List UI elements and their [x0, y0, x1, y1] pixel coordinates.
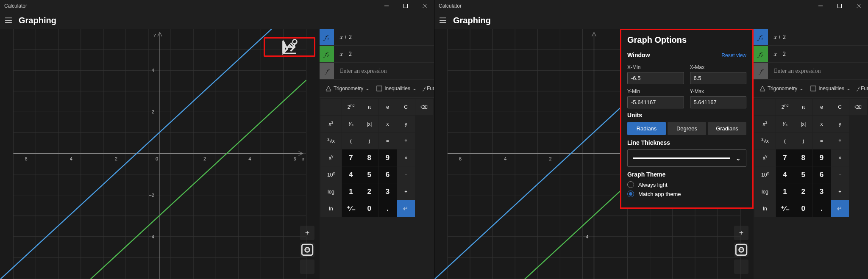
- key-7[interactable]: 7: [776, 149, 794, 166]
- ymin-input[interactable]: [627, 96, 684, 108]
- function-row-2[interactable]: 𝑓2 𝑥 − 2: [320, 46, 434, 63]
- key-2nd[interactable]: 2nd: [776, 99, 794, 115]
- key-pi[interactable]: π: [794, 99, 812, 115]
- xmax-input[interactable]: [690, 72, 747, 84]
- key-neg[interactable]: ⁺⁄₋: [776, 200, 794, 217]
- function-row-2[interactable]: 𝑓2 𝑥 − 2: [754, 46, 868, 63]
- key-9[interactable]: 9: [378, 149, 396, 166]
- key-lparen[interactable]: (: [342, 133, 360, 149]
- key-xy[interactable]: xy: [754, 149, 776, 166]
- theme-light-row[interactable]: Always light: [627, 181, 746, 188]
- key-neg[interactable]: ⁺⁄₋: [342, 200, 360, 217]
- function-expr-2[interactable]: 𝑥 − 2: [334, 46, 434, 62]
- radio-match-theme[interactable]: [627, 191, 634, 197]
- trig-category[interactable]: Trigonometry⌄: [757, 84, 806, 93]
- key-ln[interactable]: ln: [320, 200, 342, 217]
- key-e[interactable]: e: [378, 99, 396, 115]
- zoom-fit-button[interactable]: [734, 260, 748, 274]
- key-log[interactable]: log: [320, 183, 342, 200]
- key-sqrt[interactable]: 2√x: [320, 133, 342, 149]
- radio-always-light[interactable]: [627, 181, 634, 188]
- key-2[interactable]: 2: [360, 183, 378, 200]
- key-enter[interactable]: ↵: [397, 200, 415, 217]
- key-y[interactable]: y: [831, 116, 849, 132]
- key-clear[interactable]: C: [831, 99, 849, 115]
- units-gradians[interactable]: Gradians: [708, 122, 746, 135]
- key-4[interactable]: 4: [776, 166, 794, 183]
- reset-view-link[interactable]: Reset view: [721, 52, 746, 58]
- graph-area[interactable]: −6−4−26 −4 Graph Options Window Reset vi…: [434, 29, 754, 279]
- key-dot[interactable]: .: [812, 200, 830, 217]
- graph-area[interactable]: y x −6−4−20246 −4−224 + −: [0, 29, 320, 279]
- hamburger-icon[interactable]: [4, 16, 13, 25]
- key-eq[interactable]: =: [812, 133, 830, 149]
- key-1[interactable]: 1: [342, 183, 360, 200]
- units-radians[interactable]: Radians: [627, 122, 666, 135]
- key-sub[interactable]: −: [831, 166, 849, 183]
- key-sub[interactable]: −: [397, 166, 415, 183]
- key-eq[interactable]: =: [378, 133, 396, 149]
- key-4[interactable]: 4: [342, 166, 360, 183]
- key-x[interactable]: x: [812, 116, 830, 132]
- key-sqrt[interactable]: 2√x: [754, 133, 776, 149]
- function-row-new[interactable]: 𝑓 Enter an expression: [754, 63, 868, 80]
- key-2nd[interactable]: 2nd: [342, 99, 360, 115]
- key-3[interactable]: 3: [812, 183, 830, 200]
- ineq-category[interactable]: Inequalities⌄: [374, 84, 419, 93]
- thickness-select[interactable]: ⌄: [627, 149, 746, 167]
- key-abs[interactable]: |x|: [794, 116, 812, 132]
- key-mul[interactable]: ×: [831, 149, 849, 166]
- function-row-new[interactable]: 𝑓 Enter an expression: [320, 63, 434, 80]
- func-category[interactable]: 𝑓Funct: [855, 84, 868, 93]
- key-clear[interactable]: C: [397, 99, 415, 115]
- key-0[interactable]: 0: [360, 200, 378, 217]
- key-add[interactable]: +: [397, 183, 415, 200]
- function-expr-1[interactable]: 𝑥 + 2: [768, 29, 868, 45]
- key-5[interactable]: 5: [794, 166, 812, 183]
- key-rparen[interactable]: ): [794, 133, 812, 149]
- key-8[interactable]: 8: [360, 149, 378, 166]
- key-pi[interactable]: π: [360, 99, 378, 115]
- xmin-input[interactable]: [627, 72, 684, 84]
- key-abs[interactable]: |x|: [360, 116, 378, 132]
- zoom-fit-button[interactable]: [300, 260, 314, 274]
- hamburger-icon[interactable]: [439, 16, 447, 25]
- key-backspace[interactable]: ⌫: [415, 99, 433, 115]
- key-dot[interactable]: .: [378, 200, 396, 217]
- key-1[interactable]: 1: [776, 183, 794, 200]
- ineq-category[interactable]: Inequalities⌄: [808, 84, 853, 93]
- key-6[interactable]: 6: [378, 166, 396, 183]
- function-expr-placeholder[interactable]: Enter an expression: [768, 63, 868, 79]
- function-row-1[interactable]: 𝑓1 𝑥 + 2: [754, 29, 868, 46]
- function-expr-1[interactable]: 𝑥 + 2: [334, 29, 434, 45]
- graph-options-icon[interactable]: [300, 43, 308, 51]
- key-xy[interactable]: xy: [320, 149, 342, 166]
- key-mul[interactable]: ×: [397, 149, 415, 166]
- func-category[interactable]: 𝑓Funct: [421, 84, 434, 93]
- minimize-button[interactable]: [811, 0, 830, 12]
- key-recip[interactable]: ¹⁄ₓ: [776, 116, 794, 132]
- key-5[interactable]: 5: [360, 166, 378, 183]
- key-xsq[interactable]: x2: [320, 116, 342, 132]
- key-backspace[interactable]: ⌫: [849, 99, 867, 115]
- key-9[interactable]: 9: [812, 149, 830, 166]
- key-e[interactable]: e: [812, 99, 830, 115]
- key-3[interactable]: 3: [378, 183, 396, 200]
- key-10x[interactable]: 10x: [320, 166, 342, 183]
- units-degrees[interactable]: Degrees: [668, 122, 706, 135]
- maximize-button[interactable]: [396, 0, 415, 12]
- key-div[interactable]: ÷: [397, 133, 415, 149]
- close-button[interactable]: [849, 0, 868, 12]
- key-7[interactable]: 7: [342, 149, 360, 166]
- key-0[interactable]: 0: [794, 200, 812, 217]
- key-10x[interactable]: 10x: [754, 166, 776, 183]
- key-y[interactable]: y: [397, 116, 415, 132]
- trig-category[interactable]: Trigonometry⌄: [323, 84, 372, 93]
- key-div[interactable]: ÷: [831, 133, 849, 149]
- function-row-1[interactable]: 𝑓1 𝑥 + 2: [320, 29, 434, 46]
- function-expr-placeholder[interactable]: Enter an expression: [334, 63, 434, 79]
- key-enter[interactable]: ↵: [831, 200, 849, 217]
- function-expr-2[interactable]: 𝑥 − 2: [768, 46, 868, 62]
- key-x[interactable]: x: [378, 116, 396, 132]
- key-recip[interactable]: ¹⁄ₓ: [342, 116, 360, 132]
